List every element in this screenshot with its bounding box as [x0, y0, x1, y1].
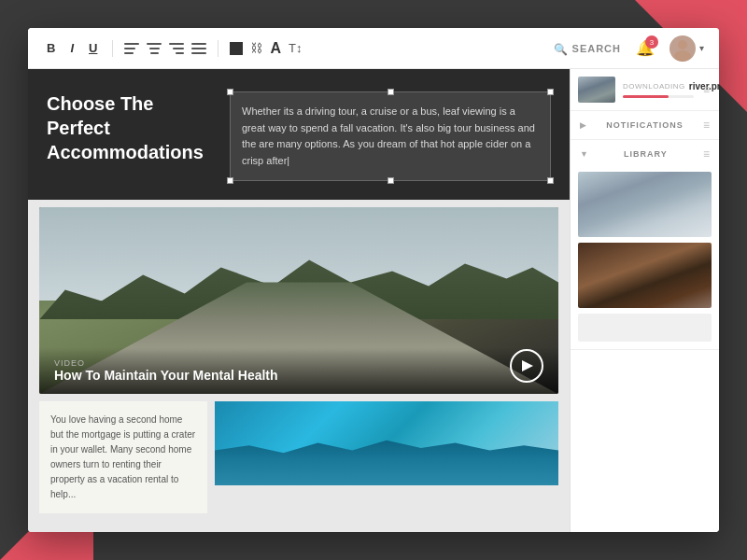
bold-button[interactable]: B — [43, 40, 59, 56]
handle-bottom-left[interactable] — [227, 177, 233, 184]
avatar-dropdown-icon[interactable]: ▾ — [699, 43, 704, 53]
link-icon[interactable]: ⛓ — [250, 41, 262, 55]
download-menu-icon[interactable]: ≡ — [701, 81, 712, 98]
download-status: DOWNLOADING — [623, 82, 685, 91]
handle-bottom-mid[interactable] — [388, 177, 394, 184]
italic-button[interactable]: I — [66, 40, 78, 56]
text-format-icon[interactable]: T↕ — [289, 41, 302, 55]
font-size-icon[interactable]: A — [270, 40, 281, 57]
underline-button[interactable]: U — [85, 40, 101, 56]
align-left-icon[interactable] — [124, 43, 139, 54]
download-item: DOWNLOADING river.png ≡ — [578, 77, 712, 103]
library-chevron — [580, 149, 588, 159]
library-content — [571, 168, 719, 349]
library-title: LIBRARY — [624, 149, 668, 159]
toolbar-divider-2 — [218, 40, 218, 57]
search-label[interactable]: SEARCH — [572, 43, 621, 54]
align-right-icon[interactable] — [169, 43, 184, 54]
video-title: How To Maintain Your Mental Health — [54, 368, 543, 383]
library-image-1[interactable] — [578, 172, 712, 237]
toolbar: B I U ⛓ A T↕ SEARCH — [28, 28, 719, 69]
app-window: B I U ⛓ A T↕ SEARCH — [28, 28, 719, 532]
library-section: LIBRARY ≡ — [571, 140, 719, 350]
video-section: VIDEO How To Maintain Your Mental Health — [39, 207, 558, 394]
editor-area: Choose The Perfect Accommodations Whethe… — [28, 69, 570, 532]
library-menu[interactable]: ≡ — [703, 147, 710, 161]
notifications-chevron — [580, 120, 586, 130]
header-title-line2: Accommodations — [47, 142, 204, 162]
bottom-row: You love having a second home but the mo… — [39, 401, 558, 513]
search-area[interactable]: SEARCH — [554, 40, 621, 57]
header-text-box[interactable]: Whether its a driving tour, a cruise or … — [230, 91, 551, 181]
handle-top-right[interactable] — [547, 89, 554, 95]
notifications-title: NOTIFICATIONS — [606, 120, 683, 130]
header-body-text: Whether its a driving tour, a cruise or … — [242, 104, 539, 169]
download-section: DOWNLOADING river.png ≡ — [571, 69, 719, 111]
library-image-3-stub — [578, 314, 712, 342]
svg-point-1 — [674, 50, 691, 62]
bottom-text-block: You love having a second home but the mo… — [39, 401, 207, 513]
library-header[interactable]: LIBRARY ≡ — [571, 140, 719, 168]
toolbar-right: SEARCH 3 ▾ — [554, 35, 704, 62]
handle-top-left[interactable] — [227, 89, 233, 95]
search-icon — [554, 40, 568, 57]
download-info: DOWNLOADING river.png — [623, 81, 694, 98]
download-progress-bar-container — [623, 95, 694, 98]
video-overlay: VIDEO How To Maintain Your Mental Health — [39, 347, 558, 394]
align-center-icon[interactable] — [147, 43, 162, 54]
water-wave — [215, 435, 558, 485]
dl-thumb-content — [578, 77, 615, 103]
header-title-line1: Choose The Perfect — [47, 93, 153, 138]
toolbar-divider-1 — [112, 40, 113, 57]
library-image-2[interactable] — [578, 243, 712, 308]
color-square-icon[interactable] — [230, 42, 243, 55]
play-icon — [522, 360, 533, 371]
notifications-section: NOTIFICATIONS ≡ — [571, 111, 719, 140]
notifications-header[interactable]: NOTIFICATIONS ≡ — [571, 111, 719, 139]
notification-icon[interactable]: 3 — [636, 39, 655, 57]
notification-badge: 3 — [645, 35, 658, 49]
svg-point-0 — [678, 40, 687, 49]
handle-bottom-right[interactable] — [547, 177, 554, 184]
align-justify-icon[interactable] — [191, 43, 206, 54]
video-label: VIDEO — [54, 358, 543, 368]
main-content: Choose The Perfect Accommodations Whethe… — [28, 69, 719, 532]
bottom-text: You love having a second home but the mo… — [50, 413, 196, 502]
header-title-block: Choose The Perfect Accommodations — [47, 91, 215, 164]
toolbar-left: B I U ⛓ A T↕ — [43, 40, 554, 57]
header-section: Choose The Perfect Accommodations Whethe… — [28, 69, 570, 200]
avatar[interactable] — [669, 35, 696, 62]
header-title: Choose The Perfect Accommodations — [47, 91, 215, 164]
handle-top-mid[interactable] — [388, 89, 394, 95]
download-thumbnail — [578, 77, 615, 103]
right-sidebar: DOWNLOADING river.png ≡ NOTIFICATIONS ≡ — [570, 69, 719, 532]
download-progress-fill — [623, 95, 669, 98]
notifications-menu[interactable]: ≡ — [703, 119, 710, 132]
bottom-image — [215, 401, 558, 485]
